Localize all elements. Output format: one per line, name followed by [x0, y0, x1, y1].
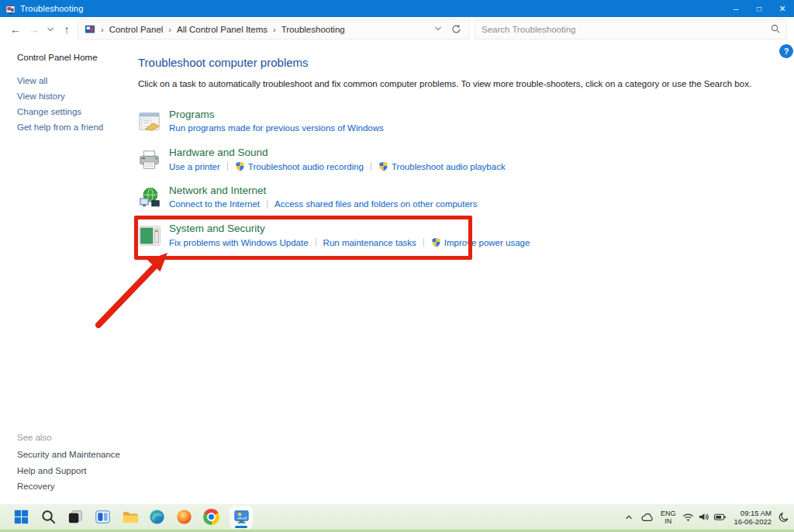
link-separator [267, 200, 268, 209]
task-link[interactable]: Use a printer [169, 162, 220, 171]
help-button[interactable]: ? [779, 44, 793, 58]
network-globe-icon [138, 186, 161, 209]
system-tray: ENG IN 09:15 AM 16-06-2022 [624, 504, 789, 530]
section-programs: Programs Run programs made for previous … [138, 109, 712, 135]
tray-time: 09:15 AM [734, 509, 772, 517]
system-monitor-icon [138, 224, 161, 247]
link-separator [423, 238, 424, 247]
page-description: Click on a task to automatically trouble… [138, 79, 712, 88]
title-bar: Troubleshooting – □ × [0, 0, 794, 17]
section-links: Use a printer Troubleshoot audio recordi… [169, 161, 506, 171]
section-title[interactable]: Hardware and Sound [169, 147, 506, 159]
window-controls: – □ × [724, 0, 794, 17]
task-link-label: Fix problems with Windows Update [169, 238, 309, 247]
task-link-label: Connect to the Internet [169, 199, 260, 209]
wifi-icon [682, 512, 694, 522]
edge-icon[interactable] [148, 508, 166, 526]
breadcrumb-separator: › [168, 25, 171, 34]
section-title[interactable]: Programs [169, 109, 384, 121]
chrome-icon[interactable] [202, 508, 220, 526]
file-explorer-icon[interactable] [121, 508, 139, 526]
sidebar-link[interactable]: View history [17, 92, 133, 101]
volume-icon [698, 512, 709, 522]
task-link-label: Troubleshoot audio playback [392, 162, 506, 171]
tray-chevron-up-icon[interactable] [624, 513, 633, 522]
sidebar-link[interactable]: Change settings [17, 107, 133, 116]
widgets-icon[interactable] [94, 508, 112, 526]
section-hardware-and-sound: Hardware and Sound Use a printer Trouble… [138, 147, 712, 173]
programs-icon [138, 110, 161, 133]
breadcrumb-troubleshooting[interactable]: Troubleshooting [281, 25, 345, 34]
task-link-label: Use a printer [169, 162, 220, 171]
task-link[interactable]: Troubleshoot audio recording [235, 161, 364, 171]
task-view-icon[interactable] [67, 508, 85, 526]
section-title[interactable]: Network and Internet [169, 185, 477, 197]
breadcrumb-separator: › [273, 25, 276, 34]
uac-shield-icon [235, 161, 245, 171]
sidebar-item-control-panel-home[interactable]: Control Panel Home [17, 53, 133, 62]
navigation-bar: ← → ↑ › Control Panel › All Control Pane… [0, 17, 794, 42]
task-link-label: Troubleshoot audio recording [248, 162, 364, 171]
quick-settings[interactable] [682, 512, 727, 522]
search-input[interactable] [482, 25, 771, 34]
refresh-icon[interactable] [451, 24, 461, 36]
task-link[interactable]: Access shared files and folders on other… [274, 199, 477, 209]
task-link[interactable]: Run programs made for previous versions … [169, 123, 384, 133]
section-title[interactable]: System and Security [169, 223, 530, 235]
search-icon[interactable] [771, 22, 780, 36]
task-link[interactable]: Run maintenance tasks [323, 238, 416, 247]
printer-icon [138, 148, 161, 171]
focus-assist-moon-icon[interactable] [778, 512, 789, 523]
see-also-links: Security and MaintenanceHelp and Support… [17, 451, 120, 492]
see-also-link[interactable]: Recovery [17, 482, 120, 492]
see-also-header: See also [17, 433, 120, 442]
taskbar-search-icon[interactable] [40, 508, 57, 526]
address-bar[interactable]: › Control Panel › All Control Panel Item… [78, 19, 470, 40]
close-button[interactable]: × [771, 0, 794, 17]
address-dropdown-chevron-icon[interactable] [434, 25, 442, 34]
see-also-link[interactable]: Help and Support [17, 467, 120, 476]
tray-date: 16-06-2022 [734, 517, 772, 526]
language-indicator[interactable]: ENG IN [661, 510, 676, 525]
back-button[interactable]: ← [6, 23, 25, 36]
section-links: Connect to the Internet Access shared fi… [169, 199, 477, 209]
sidebar: Control Panel Home View allView historyC… [17, 53, 133, 138]
see-also-link[interactable]: Security and Maintenance [17, 451, 120, 460]
control-panel-taskbar-icon[interactable] [230, 506, 253, 529]
firefox-icon[interactable] [175, 508, 193, 526]
task-link-label: Improve power usage [444, 238, 530, 247]
cloud-icon[interactable] [640, 512, 654, 522]
task-link-label: Access shared files and folders on other… [274, 199, 477, 209]
forward-button[interactable]: → [25, 23, 43, 36]
sidebar-links: View allView historyChange settingsGet h… [17, 76, 133, 132]
troubleshooting-app-icon [5, 4, 16, 14]
section-links: Run programs made for previous versions … [169, 123, 384, 133]
control-panel-icon [85, 24, 95, 35]
minimize-button[interactable]: – [724, 0, 747, 17]
maximize-button[interactable]: □ [747, 0, 771, 17]
up-button[interactable]: ↑ [57, 23, 76, 36]
breadcrumb-separator: › [101, 25, 104, 34]
task-link-label: Run maintenance tasks [323, 238, 416, 247]
page-title: Troubleshoot computer problems [138, 56, 712, 69]
sections: Programs Run programs made for previous … [138, 109, 712, 249]
section-system-and-security: System and Security Fix problems with Wi… [138, 223, 712, 249]
taskbar: ENG IN 09:15 AM 16-06-2022 [0, 504, 794, 532]
task-link[interactable]: Fix problems with Windows Update [169, 238, 309, 247]
link-separator [371, 162, 371, 171]
sidebar-link[interactable]: View all [17, 76, 133, 85]
main-content: Troubleshoot computer problems Click on … [138, 56, 712, 261]
link-separator [316, 238, 316, 247]
task-link[interactable]: Troubleshoot audio playback [378, 161, 506, 171]
link-separator [227, 162, 228, 171]
sidebar-link[interactable]: Get help from a friend [17, 123, 133, 132]
recent-pages-chevron-icon[interactable] [43, 26, 57, 33]
battery-icon [713, 512, 727, 522]
task-link[interactable]: Improve power usage [431, 237, 530, 247]
start-button[interactable] [12, 508, 30, 526]
clock[interactable]: 09:15 AM 16-06-2022 [734, 509, 772, 526]
breadcrumb-control-panel[interactable]: Control Panel [109, 25, 164, 34]
task-link[interactable]: Connect to the Internet [169, 199, 260, 209]
search-box[interactable] [475, 19, 787, 40]
breadcrumb-all-items[interactable]: All Control Panel Items [177, 25, 268, 34]
